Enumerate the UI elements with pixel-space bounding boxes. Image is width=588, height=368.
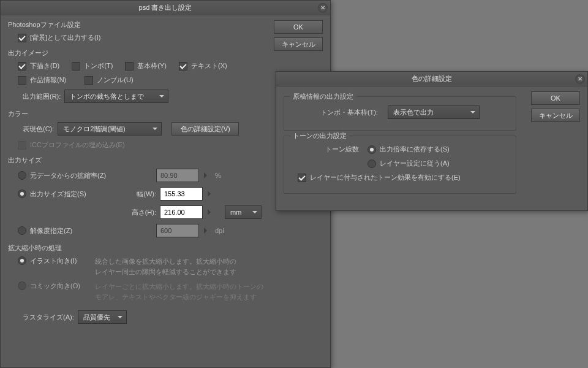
color-detail-button[interactable]: 色の詳細設定(V) xyxy=(172,122,239,136)
dpi-label: dpi xyxy=(215,227,233,234)
rasterize-select[interactable]: 品質優先 xyxy=(78,310,127,324)
dialog-content: OK キャンセル 原稿情報の出力設定 トンボ・基本枠(T): 表示色で出力 トー… xyxy=(276,86,587,204)
noble-checkbox[interactable] xyxy=(85,76,93,85)
express-color-value: モノクロ2階調(閾値) xyxy=(63,125,125,134)
frame-checkbox[interactable] xyxy=(125,62,134,71)
bg-output-checkbox[interactable] xyxy=(18,34,26,42)
illust-radio[interactable] xyxy=(18,256,26,265)
button-panel: OK キャンセル xyxy=(274,20,323,51)
comic-radio[interactable] xyxy=(18,282,26,290)
height-field-label: 高さ(H): xyxy=(130,208,156,217)
trim-label: トンボ(T) xyxy=(84,61,113,71)
cancel-button[interactable]: キャンセル xyxy=(531,109,580,122)
orig-info-fieldset: 原稿情報の出力設定 トンボ・基本枠(T): 表示色で出力 xyxy=(284,96,516,131)
icc-checkbox xyxy=(18,141,26,150)
height-input[interactable] xyxy=(160,205,203,219)
trim-frame-value: 表示色で出力 xyxy=(393,108,434,117)
button-panel: OK キャンセル xyxy=(531,91,580,122)
size-spec-label: 出力サイズ指定(S) xyxy=(30,190,127,199)
rasterize-label: ラスタライズ(A): xyxy=(23,313,74,322)
width-input[interactable] xyxy=(160,187,203,201)
percent-label: % xyxy=(215,172,233,179)
resolution-input xyxy=(156,224,199,237)
enable-tone-checkbox[interactable] xyxy=(298,174,306,182)
noble-label: ノンブル(U) xyxy=(97,75,133,85)
stepper-icon[interactable] xyxy=(206,187,215,201)
frame-label: 基本枠(Y) xyxy=(137,61,167,71)
unit-select[interactable]: mm xyxy=(225,205,262,219)
ok-button[interactable]: OK xyxy=(274,20,323,34)
workinfo-checkbox[interactable] xyxy=(18,76,26,85)
dialog-title: psd 書き出し設定 xyxy=(139,3,192,12)
illust-label: イラスト向き(I) xyxy=(30,256,91,266)
output-range-value: トンボの裁ち落としまで xyxy=(70,92,144,101)
draft-label: 下描き(D) xyxy=(30,61,59,71)
rasterize-value: 品質優先 xyxy=(83,313,110,322)
cancel-button[interactable]: キャンセル xyxy=(274,37,323,51)
stepper-icon xyxy=(203,169,211,182)
follow-layer-label: レイヤー設定に従う(A) xyxy=(380,159,450,168)
close-icon[interactable]: ✕ xyxy=(318,3,328,13)
orig-info-legend: 原稿情報の出力設定 xyxy=(290,92,356,101)
trim-frame-label: トンボ・基本枠(T): xyxy=(320,108,378,117)
from-data-label: 元データからの拡縮率(Z) xyxy=(30,171,153,180)
from-data-input xyxy=(156,169,199,182)
depend-ratio-radio[interactable] xyxy=(368,145,376,154)
output-range-select[interactable]: トンボの裁ち落としまで xyxy=(64,90,168,103)
follow-layer-radio[interactable] xyxy=(368,159,376,168)
enable-tone-label: レイヤーに付与されたトーン効果を有効にする(E) xyxy=(310,173,461,182)
trim-frame-select[interactable]: 表示色で出力 xyxy=(388,105,480,119)
titlebar[interactable]: 色の詳細設定 ✕ xyxy=(276,72,587,86)
bg-output-label: [背景]として出力する(I) xyxy=(30,33,101,42)
draft-checkbox[interactable] xyxy=(18,62,26,71)
stepper-icon xyxy=(203,224,211,237)
resize-proc-label: 拡大縮小時の処理 xyxy=(8,243,323,253)
close-icon[interactable]: ✕ xyxy=(575,74,585,84)
titlebar[interactable]: psd 書き出し設定 ✕ xyxy=(1,1,330,15)
unit-value: mm xyxy=(230,209,241,216)
color-detail-dialog: 色の詳細設定 ✕ OK キャンセル 原稿情報の出力設定 トンボ・基本枠(T): … xyxy=(276,71,588,211)
text-checkbox[interactable] xyxy=(179,62,187,71)
tone-fieldset: トーンの出力設定 トーン線数 出力倍率に依存する(S) レイヤー設定に従う(A)… xyxy=(284,136,516,194)
dialog-title: 色の詳細設定 xyxy=(412,74,452,83)
tone-line-label: トーン線数 xyxy=(316,145,359,154)
comic-desc: レイヤーごとに拡大縮小します。拡大縮小時のトーンの モアレ、テキストやベクター線… xyxy=(95,282,263,302)
text-label: テキスト(X) xyxy=(191,61,227,71)
workinfo-label: 作品情報(N) xyxy=(30,75,66,85)
trim-checkbox[interactable] xyxy=(72,62,80,71)
express-color-label: 表現色(C): xyxy=(23,125,54,134)
illust-desc: 統合した画像を拡大縮小します。拡大縮小時の レイヤー同士の隙間を軽減することがで… xyxy=(95,256,236,277)
icc-label: ICCプロファイルの埋め込み(E) xyxy=(30,140,125,150)
depend-ratio-label: 出力倍率に依存する(S) xyxy=(380,145,450,154)
comic-label: コミック向き(O) xyxy=(30,282,91,291)
express-color-select[interactable]: モノクロ2階調(閾値) xyxy=(58,122,162,136)
resolution-radio[interactable] xyxy=(18,226,26,235)
width-field-label: 幅(W): xyxy=(130,190,156,199)
resolution-label: 解像度指定(Z) xyxy=(30,226,153,236)
stepper-icon[interactable] xyxy=(206,205,215,219)
tone-legend: トーンの出力設定 xyxy=(290,131,349,140)
from-data-radio[interactable] xyxy=(18,171,26,180)
output-range-label: 出力範囲(R): xyxy=(23,92,61,101)
ok-button[interactable]: OK xyxy=(531,91,580,105)
size-spec-radio[interactable] xyxy=(18,190,26,198)
